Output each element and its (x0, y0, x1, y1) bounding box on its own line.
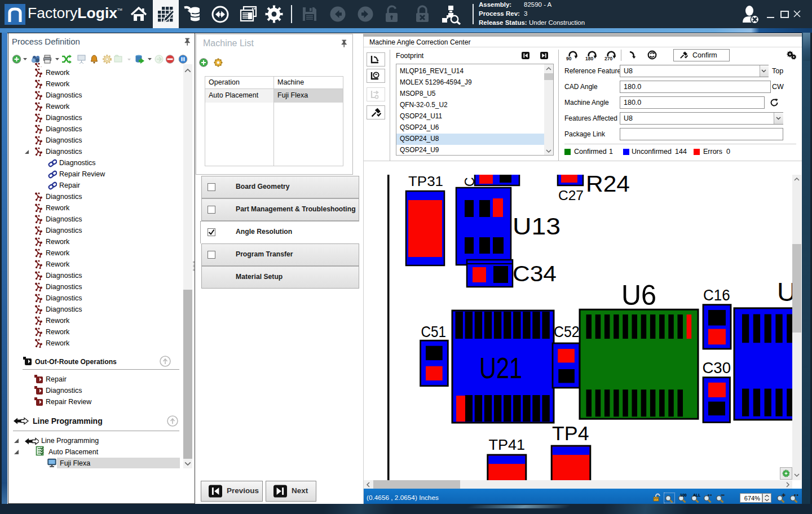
svg-text:TP4: TP4 (552, 422, 589, 444)
svg-text:C51: C51 (421, 323, 447, 340)
svg-text:ALL: ALL (693, 493, 700, 497)
svg-text:C27: C27 (558, 188, 584, 203)
svg-text:C34: C34 (513, 262, 557, 286)
svg-text:R24: R24 (586, 175, 630, 197)
svg-text:TP31: TP31 (408, 175, 443, 189)
svg-text:C30: C30 (702, 359, 731, 376)
svg-text:C16: C16 (703, 287, 730, 304)
svg-text:U5: U5 (777, 277, 792, 307)
svg-text:C: C (462, 177, 477, 187)
svg-text:TP41: TP41 (488, 436, 525, 453)
svg-text:C52: C52 (554, 323, 580, 340)
svg-text:U13: U13 (513, 212, 561, 240)
svg-text:100: 100 (680, 493, 687, 497)
svg-text:U6: U6 (621, 280, 656, 311)
svg-text:U21: U21 (479, 352, 522, 384)
